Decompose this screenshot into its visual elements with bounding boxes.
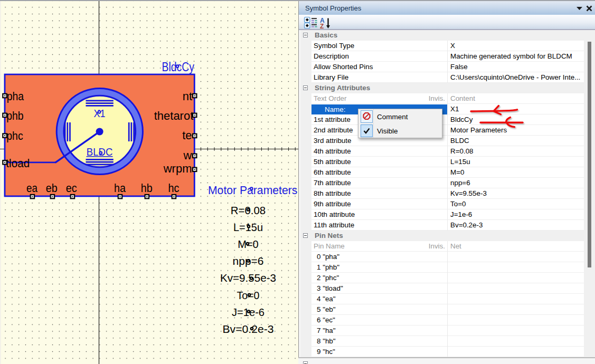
svg-text:wrpm: wrpm <box>163 162 192 175</box>
svg-text:tload: tload <box>6 157 30 170</box>
svg-text:Kv=9.55e-3: Kv=9.55e-3 <box>220 272 276 284</box>
svg-text:hc: hc <box>168 181 180 195</box>
svg-text:Z: Z <box>320 23 324 30</box>
svg-text:phc: phc <box>6 129 23 142</box>
svg-text:ha: ha <box>114 181 126 195</box>
svg-text:thetarot: thetarot <box>154 109 194 122</box>
svg-text:ec: ec <box>66 181 77 195</box>
svg-text:nt: nt <box>183 90 192 103</box>
svg-text:te: te <box>182 129 192 142</box>
svg-text:phb: phb <box>6 109 24 122</box>
svg-text:Motor Parameters: Motor Parameters <box>208 184 297 197</box>
svg-text:ea: ea <box>26 181 38 195</box>
svg-text:pha: pha <box>7 90 24 103</box>
svg-text:eb: eb <box>46 181 58 195</box>
svg-text:hb: hb <box>141 181 153 195</box>
svg-text:Bv=0.2e-3: Bv=0.2e-3 <box>223 323 274 335</box>
svg-text:w: w <box>183 149 192 162</box>
